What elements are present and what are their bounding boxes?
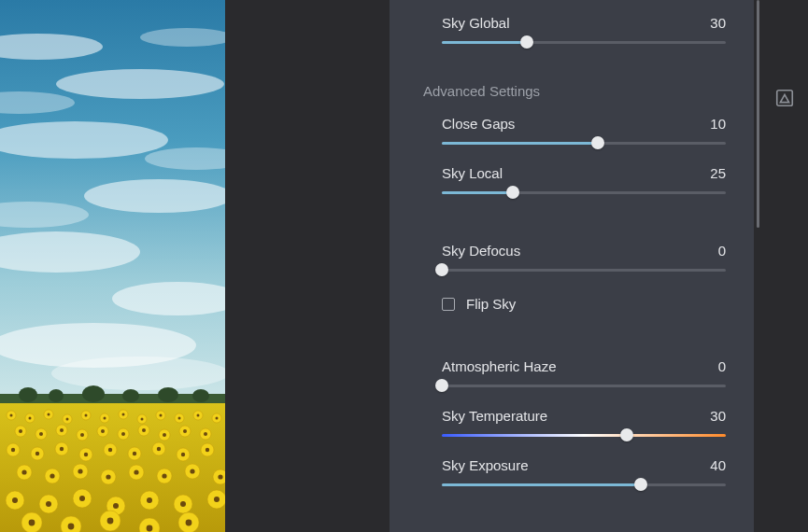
svg-point-91 (163, 433, 166, 437)
svg-point-79 (141, 418, 144, 421)
slider-close-gaps[interactable]: Close Gaps 10 (390, 108, 754, 158)
svg-point-72 (10, 414, 13, 417)
svg-point-93 (204, 432, 207, 436)
slider-sky-global[interactable]: Sky Global 30 (390, 0, 754, 57)
checkbox-box[interactable] (442, 298, 455, 311)
histogram-tool-icon[interactable] (773, 86, 797, 110)
canvas-background (225, 0, 390, 532)
svg-point-15 (49, 389, 64, 402)
svg-point-114 (113, 503, 119, 509)
svg-point-84 (19, 429, 22, 433)
svg-point-14 (19, 387, 37, 402)
slider-track[interactable] (442, 35, 726, 49)
svg-point-89 (121, 432, 125, 436)
slider-atmospheric-haze[interactable]: Atmospheric Haze 0 (390, 351, 754, 400)
slider-track[interactable] (442, 477, 726, 492)
panel-scrollbar[interactable] (757, 0, 759, 228)
svg-point-87 (80, 433, 84, 437)
slider-value: 0 (718, 243, 726, 259)
slider-track[interactable] (442, 427, 726, 442)
svg-point-107 (134, 469, 138, 474)
slider-label: Close Gaps (442, 116, 515, 132)
svg-point-111 (12, 497, 18, 503)
slider-label: Sky Exposure (442, 457, 529, 473)
svg-point-85 (39, 432, 43, 436)
advanced-settings-header: Advanced Settings (390, 70, 754, 108)
svg-point-92 (183, 429, 187, 433)
svg-point-104 (50, 473, 54, 478)
svg-point-76 (85, 414, 88, 417)
svg-point-95 (35, 452, 39, 455)
svg-point-112 (46, 501, 51, 507)
slider-track[interactable] (442, 135, 726, 150)
svg-point-122 (186, 520, 192, 526)
slider-value: 10 (710, 116, 726, 132)
svg-point-82 (197, 414, 200, 417)
svg-point-81 (178, 417, 181, 420)
svg-point-19 (192, 389, 209, 402)
slider-value: 30 (710, 408, 726, 424)
svg-point-115 (147, 497, 152, 503)
svg-point-100 (157, 447, 161, 451)
svg-point-75 (66, 418, 69, 421)
slider-track[interactable] (442, 185, 726, 200)
slider-label: Atmospheric Haze (442, 358, 557, 374)
svg-point-2 (56, 69, 224, 99)
slider-sky-temperature[interactable]: Sky Temperature 30 (390, 400, 754, 450)
slider-track[interactable] (442, 378, 726, 393)
svg-point-113 (79, 496, 85, 501)
checkbox-label: Flip Sky (466, 296, 516, 312)
svg-point-78 (122, 413, 125, 416)
svg-point-74 (48, 413, 50, 416)
slider-value: 30 (710, 15, 726, 31)
svg-point-90 (142, 428, 146, 432)
svg-point-18 (158, 387, 178, 402)
svg-point-88 (101, 429, 105, 433)
svg-point-117 (214, 497, 220, 502)
svg-point-121 (147, 525, 153, 532)
slider-label: Sky Local (442, 165, 503, 181)
svg-point-110 (218, 474, 222, 479)
svg-point-98 (108, 448, 112, 452)
slider-track[interactable] (442, 262, 726, 277)
svg-point-108 (162, 473, 166, 478)
slider-value: 25 (710, 165, 726, 181)
svg-point-97 (84, 453, 88, 456)
flip-sky-checkbox[interactable]: Flip Sky (390, 285, 754, 323)
svg-point-73 (29, 417, 32, 420)
right-toolbar (754, 0, 808, 532)
image-preview (0, 0, 225, 532)
svg-point-105 (78, 469, 82, 473)
svg-point-77 (104, 417, 106, 420)
svg-point-118 (29, 520, 35, 526)
svg-point-109 (190, 469, 194, 473)
slider-sky-exposure[interactable]: Sky Exposure 40 (390, 450, 754, 499)
svg-point-80 (160, 414, 163, 417)
svg-point-86 (60, 428, 64, 432)
svg-point-103 (21, 469, 26, 474)
svg-point-83 (216, 417, 219, 420)
slider-label: Sky Defocus (442, 243, 520, 259)
slider-label: Sky Global (442, 15, 510, 31)
svg-point-120 (107, 518, 114, 525)
svg-rect-123 (777, 91, 793, 106)
slider-sky-defocus[interactable]: Sky Defocus 0 (390, 235, 754, 285)
svg-point-102 (206, 448, 209, 452)
slider-label: Sky Temperature (442, 408, 547, 424)
svg-point-106 (106, 474, 110, 479)
svg-point-96 (60, 447, 64, 451)
svg-point-116 (180, 501, 186, 507)
svg-point-99 (133, 452, 136, 455)
settings-panel: Sky Global 30 Advanced Settings Close Ga… (390, 0, 754, 532)
svg-point-94 (11, 448, 15, 452)
svg-point-119 (68, 524, 75, 530)
slider-value: 0 (718, 358, 726, 374)
svg-point-17 (122, 389, 139, 402)
slider-sky-local[interactable]: Sky Local 25 (390, 158, 754, 207)
svg-point-101 (181, 453, 185, 456)
slider-value: 40 (710, 457, 726, 473)
svg-point-16 (82, 385, 105, 402)
svg-point-12 (51, 357, 225, 390)
